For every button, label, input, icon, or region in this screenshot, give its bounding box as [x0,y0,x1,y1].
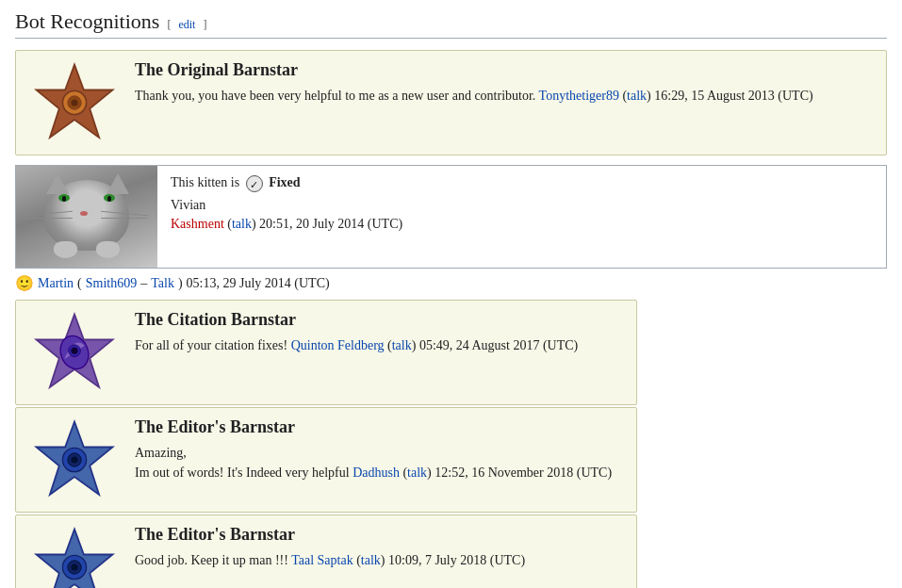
bronze-star-svg [32,60,117,145]
taal-saptak-talk-link[interactable]: talk [361,553,381,567]
tonythetiger89-link[interactable]: Tonythetiger89 [539,89,619,103]
purple-star-image [27,310,122,395]
editor-barnstar-1-card: The Editor's Barnstar Amazing, Im out of… [15,407,637,513]
fixed-label: Fixed [269,175,300,189]
martin-separator: – [140,276,147,291]
martin-talk-link[interactable]: Talk [151,276,174,291]
edit-link[interactable]: edit [178,18,195,32]
kitten-date: 20:51, 20 July 2014 (UTC) [259,217,402,231]
citation-barnstar-card: The Citation Barnstar For all of your ci… [15,300,637,405]
smith609-link[interactable]: Smith609 [86,276,137,291]
quinton-link[interactable]: Quinton Feldberg [291,338,385,352]
citation-barnstar-body: The Citation Barnstar For all of your ci… [135,310,578,355]
editor-barnstar-2-title: The Editor's Barnstar [135,525,525,545]
original-barnstar-title: The Original Barnstar [135,60,813,80]
bronze-star-image [27,60,122,145]
editor-barnstar-2-text: Good job. Keep it up man !!! Taal Saptak… [135,550,525,570]
martin-link[interactable]: Martin [38,276,74,291]
blue-star-2-svg [32,525,117,588]
kashment-talk-link[interactable]: talk [232,217,252,231]
kitten-title: This kitten is ✓ Fixed [171,175,402,192]
kashment-link[interactable]: Kashment [171,217,224,231]
taal-saptak-link[interactable]: Taal Saptak [291,553,353,567]
original-barnstar-body: The Original Barnstar Thank you, you hav… [135,60,813,106]
editor-barnstar-1-text: Amazing, Im out of words! It's Indeed ve… [135,443,612,482]
dadhush-talk-link[interactable]: talk [407,466,427,480]
blue-star-1-image [27,417,122,502]
kitten-image [16,166,157,268]
citation-barnstar-text: For all of your citation fixes! Quinton … [135,335,578,355]
martin-date: 05:13, 29 July 2014 (UTC) [187,276,330,291]
editor-1-date: 12:52, 16 November 2018 (UTC) [435,466,612,480]
checkmark-icon: ✓ [246,175,263,192]
quinton-talk-link[interactable]: talk [392,338,412,352]
lower-cards-group: The Citation Barnstar For all of your ci… [15,300,637,588]
editor-2-date: 10:09, 7 July 2018 (UTC) [388,553,525,567]
svg-point-7 [71,348,77,354]
original-barnstar-text: Thank you, you have been very helpful to… [135,86,813,106]
purple-star-svg [32,310,117,395]
page-title-text: Bot Recognitions [15,9,159,34]
svg-point-15 [71,564,77,570]
editor-barnstar-2-card: The Editor's Barnstar Good job. Keep it … [15,514,637,588]
page-title: Bot Recognitions [ edit ] [15,9,887,39]
kitten-body: This kitten is ✓ Fixed Vivian Kashment (… [157,166,416,241]
citation-date: 05:49, 24 August 2017 (UTC) [419,338,578,352]
tonythetiger89-talk-link[interactable]: talk [627,89,647,103]
dadhush-link[interactable]: Dadhush [353,466,400,480]
smiley-icon: 🙂 [15,274,34,292]
svg-point-3 [71,99,77,106]
kitten-sig: Kashment (talk) 20:51, 20 July 2014 (UTC… [171,217,402,232]
kitten-vivian-name: Vivian [171,198,402,213]
blue-star-1-svg [32,417,117,502]
svg-point-11 [71,456,77,463]
original-barnstar-card: The Original Barnstar Thank you, you hav… [15,50,887,155]
citation-barnstar-title: The Citation Barnstar [135,310,578,330]
kitten-card: This kitten is ✓ Fixed Vivian Kashment (… [15,165,887,269]
editor-barnstar-2-body: The Editor's Barnstar Good job. Keep it … [135,525,525,570]
editor-barnstar-1-title: The Editor's Barnstar [135,417,612,437]
martin-line: 🙂 Martin (Smith609 – Talk) 05:13, 29 Jul… [15,274,887,292]
editor-barnstar-1-body: The Editor's Barnstar Amazing, Im out of… [135,417,612,482]
original-barnstar-date: 16:29, 15 August 2013 (UTC) [654,89,812,103]
blue-star-2-image [27,525,122,588]
